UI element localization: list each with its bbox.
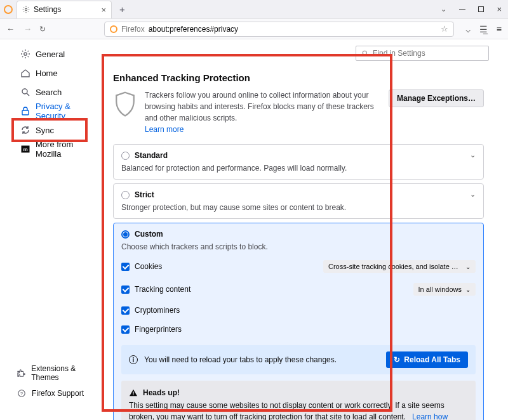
search-icon (20, 87, 30, 97)
svg-point-1 (24, 53, 27, 55)
chevron-down-icon[interactable]: ⌄ (470, 151, 476, 159)
puzzle-icon (17, 368, 26, 378)
custom-tracking-row: Tracking content In all windows ⌄ (121, 283, 476, 296)
nav-back-icon[interactable]: ← (6, 24, 15, 34)
cookies-label: Cookies (135, 262, 162, 271)
option-strict[interactable]: Strict ⌄ Stronger protection, but may ca… (113, 183, 484, 219)
find-in-settings-input[interactable]: Find in Settings (356, 46, 489, 61)
gear-icon (20, 49, 30, 59)
strict-desc: Stronger protection, but may cause some … (121, 203, 476, 212)
crypto-label: Cryptominers (135, 306, 180, 315)
warn-body: This setting may cause some websites to … (129, 401, 444, 420)
sync-icon (20, 125, 30, 135)
tracking-select[interactable]: In all windows ⌄ (413, 283, 476, 296)
heads-up-warning: Heads up! This setting may cause some we… (121, 381, 476, 420)
sidebar-support-link[interactable]: ? Firefox Support (17, 388, 102, 398)
search-icon (361, 49, 369, 57)
custom-crypto-row: Cryptominers (121, 306, 476, 315)
firefox-small-icon (110, 25, 117, 33)
standard-desc: Balanced for protection and performance.… (121, 164, 476, 173)
sidebar-item-general[interactable]: General (17, 44, 102, 63)
svg-rect-3 (22, 110, 29, 115)
bookmark-star-icon[interactable]: ☆ (441, 24, 448, 34)
mozilla-icon: m (20, 144, 30, 154)
tab-title: Settings (34, 5, 61, 14)
svg-text:?: ? (20, 391, 23, 397)
custom-finger-row: Fingerprinters (121, 325, 476, 334)
window-minimize-icon[interactable] (459, 9, 465, 10)
section-title: Enhanced Tracking Protection (113, 72, 484, 83)
checkbox-tracking[interactable] (121, 285, 130, 294)
manage-exceptions-button[interactable]: Manage Exceptions… (389, 89, 484, 107)
question-icon: ? (17, 388, 27, 398)
sidebar-item-label: Privacy & Security (36, 102, 98, 121)
sidebar-item-label: Sync (36, 126, 54, 135)
lock-icon (20, 106, 30, 116)
svg-text:m: m (23, 147, 27, 152)
checkbox-cookies[interactable] (121, 263, 130, 271)
titlebar: Settings × + ⌄ × (0, 0, 508, 19)
reload-all-tabs-button[interactable]: ↻ Reload All Tabs (386, 351, 468, 368)
svg-point-2 (22, 89, 27, 94)
sidebar-item-label: Home (36, 69, 58, 78)
save-to-pocket-icon[interactable]: ⌵ (465, 24, 471, 34)
tabs-dropdown-icon[interactable]: ⌄ (441, 5, 446, 13)
sidebar-extensions-link[interactable]: Extensions & Themes (17, 364, 102, 382)
warning-icon (129, 389, 138, 397)
svg-point-0 (25, 8, 27, 10)
window-maximize-icon[interactable] (478, 6, 484, 12)
sidebar-item-label: Search (36, 88, 62, 97)
reload-notice-text: You will need to reload your tabs to app… (144, 355, 380, 365)
cookies-select[interactable]: Cross-site tracking cookies, and isolate… (323, 260, 476, 273)
sidebar-item-sync[interactable]: Sync (17, 121, 102, 140)
window-close-icon[interactable]: × (497, 4, 502, 14)
sidebar-item-more[interactable]: m More from Mozilla (17, 140, 102, 159)
reload-icon: ↻ (394, 355, 400, 364)
learn-more-link[interactable]: Learn more (145, 125, 184, 134)
home-icon (20, 68, 30, 78)
custom-desc: Choose which trackers and scripts to blo… (121, 242, 476, 251)
account-icon[interactable]: ☰̲ (479, 24, 488, 34)
checkbox-fingerprinters[interactable] (121, 325, 130, 334)
sidebar-item-home[interactable]: Home (17, 63, 102, 82)
toolbar: ← → ↻ Firefox about:preferences#privacy … (0, 19, 508, 39)
chevron-down-icon: ⌄ (465, 263, 471, 270)
sidebar-item-label: More from Mozilla (36, 140, 98, 159)
radio-custom[interactable] (121, 230, 130, 239)
nav-forward-icon: → (23, 24, 32, 34)
option-standard[interactable]: Standard ⌄ Balanced for protection and p… (113, 144, 484, 180)
reload-icon[interactable]: ↻ (39, 25, 46, 34)
app-menu-icon[interactable]: ≡ (497, 24, 502, 34)
url-path: about:preferences#privacy (149, 25, 238, 34)
extensions-label: Extensions & Themes (31, 364, 102, 382)
gear-icon (22, 6, 30, 13)
learn-how-link[interactable]: Learn how (412, 412, 448, 420)
reload-notice: i You will need to reload your tabs to a… (121, 345, 476, 374)
radio-standard[interactable] (121, 152, 130, 160)
sidebar-item-search[interactable]: Search (17, 82, 102, 102)
firefox-logo-icon (4, 5, 13, 14)
url-proto: Firefox (121, 25, 145, 34)
custom-cookies-row: Cookies Cross-site tracking cookies, and… (121, 260, 476, 273)
sidebar-item-label: General (36, 49, 65, 59)
warn-title: Heads up! (143, 387, 180, 398)
chevron-down-icon[interactable]: ⌄ (470, 190, 476, 199)
info-icon: i (129, 355, 138, 364)
support-label: Firefox Support (32, 389, 84, 398)
sidebar-item-privacy[interactable]: Privacy & Security (17, 102, 102, 121)
tracking-label: Tracking content (135, 285, 190, 294)
find-placeholder: Find in Settings (373, 49, 425, 58)
browser-tab[interactable]: Settings × (17, 1, 112, 18)
option-custom[interactable]: Custom Choose which trackers and scripts… (113, 223, 484, 420)
url-bar[interactable]: Firefox about:preferences#privacy ☆ (104, 22, 454, 37)
shield-icon (113, 91, 137, 119)
chevron-down-icon: ⌄ (465, 286, 471, 293)
intro-text: Trackers follow you around online to col… (145, 89, 375, 135)
strict-title: Strict (135, 190, 154, 199)
checkbox-cryptominers[interactable] (121, 306, 130, 315)
finger-label: Fingerprinters (135, 325, 182, 334)
tab-close-icon[interactable]: × (101, 5, 106, 15)
radio-strict[interactable] (121, 191, 130, 199)
new-tab-button[interactable]: + (116, 4, 129, 15)
sidebar: General Home Search Privacy & Security (0, 39, 102, 420)
